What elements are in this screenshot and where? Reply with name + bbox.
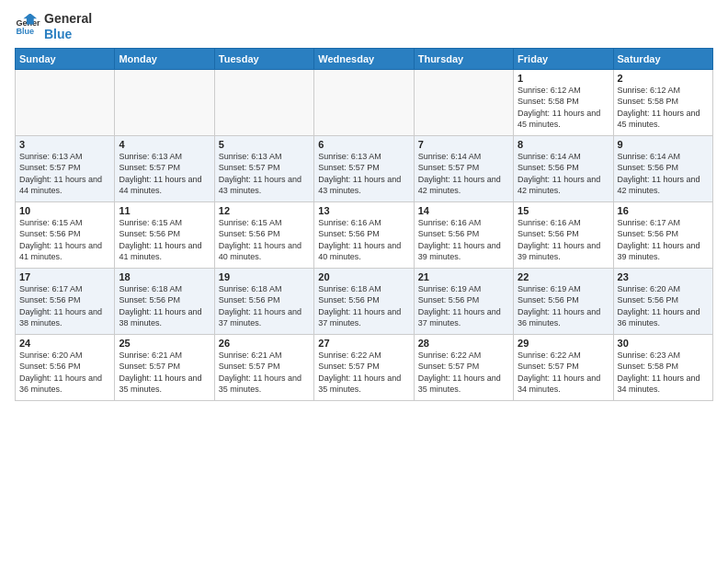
day-number: 5 <box>219 139 310 150</box>
calendar-header-saturday: Saturday <box>613 48 712 69</box>
day-number: 9 <box>618 139 709 150</box>
calendar-day-23: 23Sunrise: 6:20 AMSunset: 5:56 PMDayligh… <box>613 268 712 334</box>
day-number: 13 <box>318 205 409 216</box>
day-info: Sunrise: 6:16 AMSunset: 5:56 PMDaylight:… <box>318 217 409 263</box>
day-info: Sunrise: 6:14 AMSunset: 5:56 PMDaylight:… <box>618 151 709 197</box>
calendar-header-thursday: Thursday <box>414 48 513 69</box>
day-number: 7 <box>418 139 509 150</box>
day-number: 30 <box>618 338 709 349</box>
day-number: 8 <box>518 139 609 150</box>
calendar-day-28: 28Sunrise: 6:22 AMSunset: 5:57 PMDayligh… <box>414 334 513 400</box>
calendar-day-empty <box>414 69 513 135</box>
day-number: 16 <box>618 205 709 216</box>
day-info: Sunrise: 6:14 AMSunset: 5:56 PMDaylight:… <box>518 151 609 197</box>
day-number: 2 <box>618 73 709 84</box>
day-info: Sunrise: 6:20 AMSunset: 5:56 PMDaylight:… <box>618 283 709 329</box>
calendar-day-2: 2Sunrise: 6:12 AMSunset: 5:58 PMDaylight… <box>613 69 712 135</box>
calendar-day-8: 8Sunrise: 6:14 AMSunset: 5:56 PMDaylight… <box>514 135 613 201</box>
calendar-day-22: 22Sunrise: 6:19 AMSunset: 5:56 PMDayligh… <box>514 268 613 334</box>
day-info: Sunrise: 6:19 AMSunset: 5:56 PMDaylight:… <box>418 283 509 329</box>
logo: General Blue General Blue <box>15 11 92 42</box>
calendar-day-13: 13Sunrise: 6:16 AMSunset: 5:56 PMDayligh… <box>314 201 414 268</box>
calendar-day-9: 9Sunrise: 6:14 AMSunset: 5:56 PMDaylight… <box>613 135 712 201</box>
day-number: 1 <box>518 73 609 84</box>
calendar-header-friday: Friday <box>514 48 613 69</box>
day-info: Sunrise: 6:13 AMSunset: 5:57 PMDaylight:… <box>219 151 310 197</box>
day-number: 15 <box>518 205 609 216</box>
day-number: 14 <box>418 205 509 216</box>
calendar-day-29: 29Sunrise: 6:22 AMSunset: 5:57 PMDayligh… <box>514 334 613 400</box>
day-info: Sunrise: 6:22 AMSunset: 5:57 PMDaylight:… <box>418 350 509 396</box>
day-number: 4 <box>119 139 210 150</box>
day-info: Sunrise: 6:14 AMSunset: 5:57 PMDaylight:… <box>418 151 509 197</box>
calendar-day-21: 21Sunrise: 6:19 AMSunset: 5:56 PMDayligh… <box>414 268 513 334</box>
calendar-header-monday: Monday <box>115 48 214 69</box>
calendar-day-15: 15Sunrise: 6:16 AMSunset: 5:56 PMDayligh… <box>514 201 613 268</box>
day-number: 20 <box>318 271 409 282</box>
day-number: 25 <box>119 338 210 349</box>
day-number: 22 <box>518 271 609 282</box>
calendar-header-tuesday: Tuesday <box>214 48 313 69</box>
calendar-day-empty <box>16 69 115 135</box>
calendar-day-3: 3Sunrise: 6:13 AMSunset: 5:57 PMDaylight… <box>16 135 115 201</box>
day-number: 18 <box>119 271 210 282</box>
calendar-day-24: 24Sunrise: 6:20 AMSunset: 5:56 PMDayligh… <box>16 334 115 400</box>
logo-text: General <box>44 11 92 27</box>
day-info: Sunrise: 6:18 AMSunset: 5:56 PMDaylight:… <box>318 283 409 329</box>
day-info: Sunrise: 6:17 AMSunset: 5:56 PMDaylight:… <box>618 217 709 263</box>
calendar-day-6: 6Sunrise: 6:13 AMSunset: 5:57 PMDaylight… <box>314 135 414 201</box>
day-number: 11 <box>119 205 210 216</box>
day-info: Sunrise: 6:21 AMSunset: 5:57 PMDaylight:… <box>219 350 310 396</box>
day-number: 26 <box>219 338 310 349</box>
day-info: Sunrise: 6:21 AMSunset: 5:57 PMDaylight:… <box>119 350 210 396</box>
day-number: 24 <box>19 338 110 349</box>
calendar-day-empty <box>314 69 414 135</box>
page: General Blue General Blue SundayMondayTu… <box>0 0 728 563</box>
calendar-day-1: 1Sunrise: 6:12 AMSunset: 5:58 PMDaylight… <box>514 69 613 135</box>
calendar-day-17: 17Sunrise: 6:17 AMSunset: 5:56 PMDayligh… <box>16 268 115 334</box>
calendar-day-11: 11Sunrise: 6:15 AMSunset: 5:56 PMDayligh… <box>115 201 214 268</box>
calendar-day-30: 30Sunrise: 6:23 AMSunset: 5:58 PMDayligh… <box>613 334 712 400</box>
day-info: Sunrise: 6:20 AMSunset: 5:56 PMDaylight:… <box>19 350 110 396</box>
calendar-week-5: 24Sunrise: 6:20 AMSunset: 5:56 PMDayligh… <box>16 334 713 400</box>
day-number: 17 <box>19 271 110 282</box>
calendar-day-empty <box>214 69 313 135</box>
day-number: 27 <box>318 338 409 349</box>
day-info: Sunrise: 6:18 AMSunset: 5:56 PMDaylight:… <box>219 283 310 329</box>
calendar-day-10: 10Sunrise: 6:15 AMSunset: 5:56 PMDayligh… <box>16 201 115 268</box>
day-info: Sunrise: 6:22 AMSunset: 5:57 PMDaylight:… <box>318 350 409 396</box>
calendar-day-26: 26Sunrise: 6:21 AMSunset: 5:57 PMDayligh… <box>214 334 313 400</box>
day-number: 3 <box>19 139 110 150</box>
day-info: Sunrise: 6:12 AMSunset: 5:58 PMDaylight:… <box>618 85 709 131</box>
day-info: Sunrise: 6:16 AMSunset: 5:56 PMDaylight:… <box>418 217 509 263</box>
calendar-day-19: 19Sunrise: 6:18 AMSunset: 5:56 PMDayligh… <box>214 268 313 334</box>
day-info: Sunrise: 6:15 AMSunset: 5:56 PMDaylight:… <box>219 217 310 263</box>
day-info: Sunrise: 6:13 AMSunset: 5:57 PMDaylight:… <box>19 151 110 197</box>
calendar-table: SundayMondayTuesdayWednesdayThursdayFrid… <box>15 48 713 401</box>
day-info: Sunrise: 6:15 AMSunset: 5:56 PMDaylight:… <box>19 217 110 263</box>
day-info: Sunrise: 6:15 AMSunset: 5:56 PMDaylight:… <box>119 217 210 263</box>
calendar-day-18: 18Sunrise: 6:18 AMSunset: 5:56 PMDayligh… <box>115 268 214 334</box>
day-info: Sunrise: 6:13 AMSunset: 5:57 PMDaylight:… <box>318 151 409 197</box>
calendar-day-16: 16Sunrise: 6:17 AMSunset: 5:56 PMDayligh… <box>613 201 712 268</box>
calendar-header-sunday: Sunday <box>16 48 115 69</box>
logo-blue: Blue <box>44 27 92 42</box>
day-info: Sunrise: 6:19 AMSunset: 5:56 PMDaylight:… <box>518 283 609 329</box>
calendar-week-4: 17Sunrise: 6:17 AMSunset: 5:56 PMDayligh… <box>16 268 713 334</box>
svg-text:Blue: Blue <box>16 27 34 36</box>
calendar-header-wednesday: Wednesday <box>314 48 414 69</box>
day-number: 21 <box>418 271 509 282</box>
calendar-day-27: 27Sunrise: 6:22 AMSunset: 5:57 PMDayligh… <box>314 334 414 400</box>
logo-icon: General Blue <box>15 14 40 40</box>
day-info: Sunrise: 6:17 AMSunset: 5:56 PMDaylight:… <box>19 283 110 329</box>
day-number: 29 <box>518 338 609 349</box>
day-info: Sunrise: 6:18 AMSunset: 5:56 PMDaylight:… <box>119 283 210 329</box>
calendar-day-20: 20Sunrise: 6:18 AMSunset: 5:56 PMDayligh… <box>314 268 414 334</box>
calendar-day-25: 25Sunrise: 6:21 AMSunset: 5:57 PMDayligh… <box>115 334 214 400</box>
calendar-header-row: SundayMondayTuesdayWednesdayThursdayFrid… <box>16 48 713 69</box>
calendar-day-14: 14Sunrise: 6:16 AMSunset: 5:56 PMDayligh… <box>414 201 513 268</box>
day-info: Sunrise: 6:12 AMSunset: 5:58 PMDaylight:… <box>518 85 609 131</box>
calendar-week-2: 3Sunrise: 6:13 AMSunset: 5:57 PMDaylight… <box>16 135 713 201</box>
calendar-day-4: 4Sunrise: 6:13 AMSunset: 5:57 PMDaylight… <box>115 135 214 201</box>
day-number: 19 <box>219 271 310 282</box>
